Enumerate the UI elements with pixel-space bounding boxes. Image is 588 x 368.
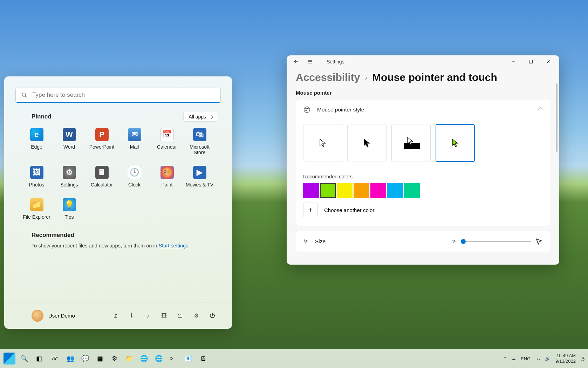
pointer-style-black[interactable]	[347, 124, 387, 162]
svg-point-9	[304, 107, 310, 113]
cursor-large-icon	[535, 238, 543, 245]
app-icon: 💡	[63, 198, 76, 211]
app-tile-clock[interactable]: 🕓Clock	[118, 164, 151, 189]
app-icon: 🖼	[30, 166, 43, 179]
app-tile-movies-tv[interactable]: ▶Movies & TV	[183, 164, 216, 189]
recommended-text: To show your recent files and new apps, …	[32, 243, 205, 248]
color-swatch[interactable]	[404, 183, 420, 198]
pointer-style-expander[interactable]: Mouse pointer style	[296, 100, 550, 119]
choose-color-label: Choose another color	[324, 207, 374, 213]
start-search-input[interactable]	[32, 91, 215, 98]
scrollbar[interactable]	[556, 83, 558, 152]
taskbar-teams[interactable]: 👥	[64, 353, 76, 364]
document-icon[interactable]: 🗎	[112, 312, 119, 319]
settings-icon[interactable]: ⚙	[193, 312, 200, 319]
app-tile-settings[interactable]: ⚙Settings	[53, 164, 86, 189]
maximize-button[interactable]	[522, 56, 540, 68]
app-tile-calculator[interactable]: 🖩Calculator	[86, 164, 118, 189]
user-account-button[interactable]: User Demo	[32, 310, 75, 322]
app-icon: 🎨	[160, 166, 174, 179]
titlebar[interactable]: Settings	[287, 55, 559, 68]
pointer-style-white[interactable]	[303, 124, 342, 162]
pointer-style-custom[interactable]	[436, 124, 475, 162]
pinned-apps-grid: eEdgeWWordPPowerPoint✉Mail📅Calendar🛍Micr…	[4, 127, 232, 221]
taskbar-file-explorer[interactable]: 📁	[123, 353, 135, 364]
onedrive-icon[interactable]: ☁	[511, 356, 516, 361]
app-tile-tips[interactable]: 💡Tips	[53, 197, 86, 221]
window-title: Settings	[327, 59, 344, 64]
taskbar-widgets[interactable]: ▦	[94, 353, 106, 364]
volume-icon[interactable]: 🔊	[545, 356, 551, 361]
app-tile-mail[interactable]: ✉Mail	[118, 127, 151, 157]
app-label: Photos	[29, 182, 45, 188]
nav-menu-button[interactable]	[307, 59, 313, 65]
choose-color-button[interactable]: +	[303, 203, 318, 217]
picture-icon[interactable]: 🖼	[160, 312, 167, 319]
app-tile-paint[interactable]: 🎨Paint	[151, 164, 183, 189]
app-tile-edge[interactable]: eEdge	[20, 127, 53, 157]
app-icon: 📁	[30, 198, 43, 211]
svg-line-1	[25, 96, 27, 97]
pointer-size-card: Size	[296, 231, 550, 252]
app-label: Word	[63, 144, 75, 150]
all-apps-label: All apps	[189, 114, 206, 120]
notification-icon[interactable]: ◔	[581, 356, 584, 361]
avatar	[32, 310, 43, 322]
user-name: User Demo	[48, 313, 75, 319]
close-button[interactable]	[540, 56, 557, 68]
app-tile-file-explorer[interactable]: 📁File Explorer	[20, 197, 53, 221]
start-footer: User Demo 🗎⭳♪🖼🗀⚙⏻	[4, 302, 232, 329]
power-icon[interactable]: ⏻	[209, 312, 216, 319]
recommended-colors-heading: Recommended colors	[303, 174, 543, 179]
taskbar-vm-connect[interactable]: 🖥	[197, 353, 209, 364]
slider-thumb[interactable]	[461, 239, 466, 244]
app-tile-word[interactable]: WWord	[53, 127, 86, 157]
clock[interactable]: 10:49 AM 9/13/2022	[555, 353, 576, 364]
color-swatch[interactable]	[370, 183, 386, 198]
taskbar-start[interactable]	[4, 353, 15, 364]
taskbar-edge[interactable]: 🌐	[138, 353, 150, 364]
color-swatch[interactable]	[303, 183, 319, 198]
minimize-button[interactable]	[505, 56, 522, 68]
taskbar-search[interactable]: 🔍	[18, 353, 30, 364]
all-apps-button[interactable]: All apps	[183, 112, 218, 122]
taskbar-weather[interactable]: 75°	[48, 353, 62, 364]
network-icon[interactable]: 🖧	[535, 356, 540, 361]
back-button[interactable]	[293, 59, 299, 65]
color-swatch[interactable]	[354, 183, 369, 198]
size-slider[interactable]	[461, 241, 531, 242]
taskbar-edge-dev[interactable]: 🌐	[153, 353, 165, 364]
folder-icon[interactable]: 🗀	[177, 312, 184, 319]
color-swatch[interactable]	[337, 183, 353, 198]
taskbar-outlook[interactable]: 📧	[182, 353, 194, 364]
taskbar-terminal[interactable]: >_	[167, 353, 179, 364]
pointer-style-inverted[interactable]	[391, 124, 431, 162]
download-icon[interactable]: ⭳	[128, 312, 135, 319]
taskbar-chat[interactable]: 💬	[79, 353, 91, 364]
app-icon: e	[30, 128, 43, 141]
color-swatches	[303, 183, 543, 198]
color-swatch[interactable]	[387, 183, 403, 198]
app-tile-calendar[interactable]: 📅Calendar	[151, 127, 183, 157]
breadcrumb-parent[interactable]: Accessibility	[296, 71, 360, 83]
svg-point-10	[306, 108, 307, 109]
color-swatch[interactable]	[320, 183, 336, 198]
taskbar-settings[interactable]: ⚙	[109, 353, 121, 364]
section-heading: Mouse pointer	[296, 90, 550, 96]
pointer-style-card: Mouse pointer style Recommended colors +…	[296, 100, 550, 226]
breadcrumb: Accessibility › Mouse pointer and touch	[287, 68, 559, 90]
app-label: File Explorer	[23, 214, 50, 220]
language-indicator[interactable]: ENG	[521, 356, 531, 361]
tray-chevron-icon[interactable]: ˄	[504, 356, 506, 361]
music-icon[interactable]: ♪	[144, 312, 151, 319]
app-tile-microsoft-store[interactable]: 🛍Microsoft Store	[183, 127, 216, 157]
taskbar-task-view[interactable]: ◧	[33, 353, 45, 364]
pointer-style-options	[296, 119, 550, 169]
app-label: Mail	[130, 144, 139, 150]
start-settings-link[interactable]: Start settings	[159, 243, 189, 248]
pointer-style-label: Mouse pointer style	[317, 107, 533, 113]
app-tile-powerpoint[interactable]: PPowerPoint	[86, 127, 118, 157]
start-search[interactable]	[15, 88, 221, 103]
app-label: Movies & TV	[186, 182, 213, 188]
app-tile-photos[interactable]: 🖼Photos	[20, 164, 53, 189]
